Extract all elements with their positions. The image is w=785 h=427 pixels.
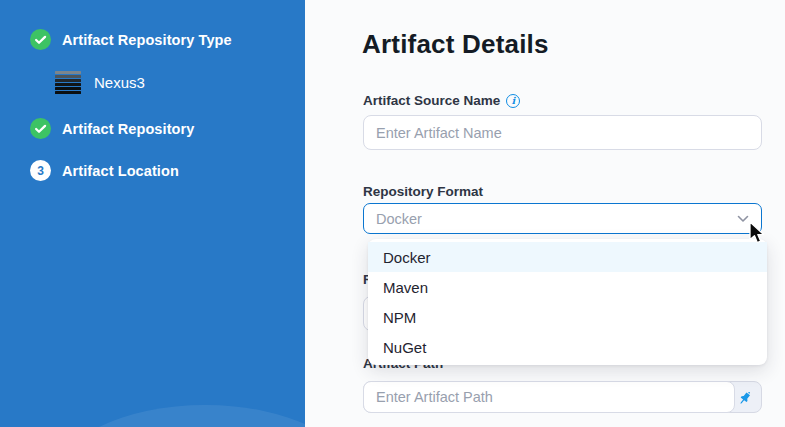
info-icon[interactable]: i [506, 94, 520, 108]
step-label: Artifact Repository Type [62, 32, 232, 48]
step-label: Artifact Location [62, 163, 179, 179]
step-label: Artifact Repository [62, 121, 194, 137]
sidebar-item-nexus3[interactable]: Nexus3 [55, 70, 145, 95]
sidebar-step-artifact-location[interactable]: 3 Artifact Location [30, 160, 179, 181]
menu-option-npm[interactable]: NPM [368, 302, 767, 332]
artifact-name-input[interactable] [363, 115, 762, 150]
label-text: Artifact Source Name [363, 93, 500, 108]
pin-icon[interactable] [734, 387, 756, 409]
sidebar-decoration [55, 405, 305, 427]
menu-option-nuget[interactable]: NuGet [368, 332, 767, 362]
step-number-badge: 3 [30, 160, 51, 181]
selected-value: Docker [376, 211, 737, 227]
artifact-source-name-label: Artifact Source Name i [363, 93, 520, 108]
chevron-down-icon [737, 215, 749, 223]
repository-format-menu: Docker Maven NPM NuGet [368, 239, 767, 365]
artifact-path-input[interactable] [363, 381, 735, 413]
repository-format-select[interactable]: Docker [363, 203, 762, 234]
artifact-path-group [363, 381, 762, 413]
nexus3-icon [55, 70, 81, 95]
repository-format-label: Repository Format [363, 184, 483, 199]
menu-option-maven[interactable]: Maven [368, 272, 767, 302]
wizard-sidebar: Artifact Repository Type Nexus3 Artifact… [0, 0, 305, 427]
sidebar-step-artifact-repository-type[interactable]: Artifact Repository Type [30, 29, 232, 50]
page-title: Artifact Details [362, 29, 549, 60]
label-text: Repository Format [363, 184, 483, 199]
sidebar-step-artifact-repository[interactable]: Artifact Repository [30, 118, 194, 139]
substep-label: Nexus3 [94, 74, 145, 91]
menu-option-docker[interactable]: Docker [368, 242, 767, 272]
artifact-wizard: Artifact Repository Type Nexus3 Artifact… [0, 0, 785, 427]
check-circle-icon [30, 29, 51, 50]
check-circle-icon [30, 118, 51, 139]
